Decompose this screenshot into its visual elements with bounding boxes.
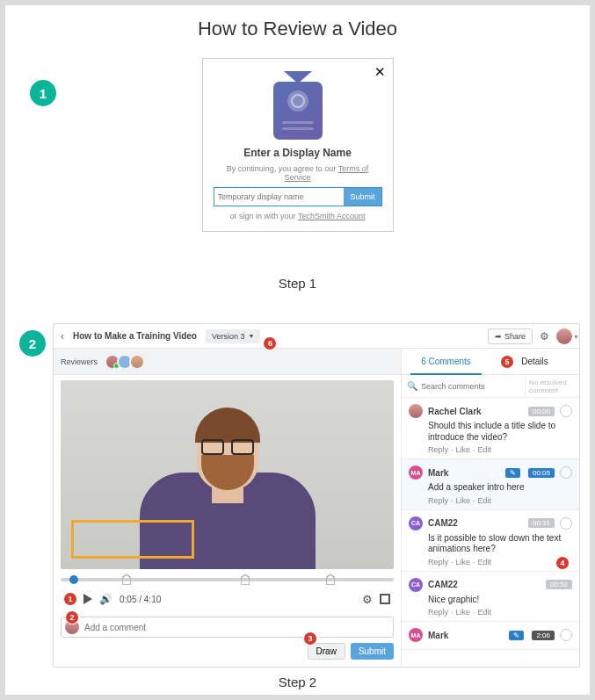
comment-actions: Reply·Like·Edit	[428, 608, 572, 617]
timeline-marker-icon[interactable]	[241, 574, 250, 585]
comment-avatar: CA	[409, 516, 423, 530]
time-sep: /	[136, 595, 143, 604]
settings-icon[interactable]: ⚙	[362, 593, 373, 606]
playhead[interactable]	[69, 575, 78, 584]
edit-link[interactable]: Edit	[478, 445, 492, 454]
comment-text: Nice graphic!	[428, 595, 572, 606]
tab-details[interactable]: 5 Details	[490, 349, 579, 374]
comment-avatar: MA	[409, 465, 423, 480]
like-link[interactable]: Like	[456, 558, 471, 566]
video-controls: 1 🔊 0:05 / 4:10 ⚙	[61, 587, 394, 611]
comment-list: Rachel Clark00:00Should this include a t…	[402, 398, 579, 667]
comment-timestamp[interactable]: 00:00	[528, 407, 555, 416]
reviewer-avatar[interactable]	[129, 354, 145, 370]
edit-link[interactable]: Edit	[478, 608, 492, 617]
step2-label: Step 2	[5, 675, 590, 689]
signin-link[interactable]: TechSmith Account	[298, 212, 366, 220]
share-label: Share	[504, 332, 526, 341]
comment-text: Is it possible to slow down the text ani…	[428, 533, 572, 555]
resolve-circle[interactable]	[560, 405, 572, 417]
resolved-hint: No resolved comment	[526, 375, 579, 397]
search-input[interactable]	[421, 382, 519, 391]
like-link[interactable]: Like	[456, 496, 471, 505]
comment-timestamp[interactable]: 00:05	[528, 468, 555, 478]
share-icon: ➦	[495, 332, 502, 341]
user-avatar[interactable]: ▼	[556, 328, 572, 344]
reply-link[interactable]: Reply	[428, 496, 448, 505]
submit-button[interactable]: Submit	[344, 188, 381, 206]
back-button[interactable]: ‹	[61, 330, 64, 343]
comment-avatar: CA	[409, 578, 423, 592]
video-player[interactable]	[61, 380, 394, 569]
time-display: 0:05 / 4:10	[120, 595, 161, 604]
gear-icon[interactable]: ⚙	[540, 330, 549, 343]
comment-actions: Reply·Like·Edit	[428, 558, 572, 566]
close-icon[interactable]: ✕	[374, 64, 386, 80]
callout-3: 3	[304, 632, 316, 645]
caret-down-icon: ▼	[248, 333, 254, 339]
comment-item[interactable]: Rachel Clark00:00Should this include a t…	[402, 398, 579, 459]
callout-5: 5	[501, 356, 513, 368]
pencil-icon: ✎	[509, 631, 524, 640]
edit-link[interactable]: Edit	[478, 558, 492, 566]
draw-button[interactable]: Draw	[308, 643, 345, 660]
resolve-circle[interactable]	[560, 517, 572, 530]
step1-label: Step 1	[5, 276, 590, 291]
timeline-marker-icon[interactable]	[122, 574, 131, 585]
version-label: Version 3	[212, 332, 245, 341]
signin-prefix: or sign in with your	[230, 212, 298, 220]
comment-item[interactable]: CACAM2200:52Nice graphic!Reply·Like·Edit	[402, 572, 579, 623]
comment-actions: Reply·Like·Edit	[428, 496, 572, 505]
display-name-input[interactable]	[214, 188, 345, 206]
comment-composer: 2 3 Draw Submit	[54, 611, 401, 667]
edit-link[interactable]: Edit	[478, 496, 492, 505]
tab-comments[interactable]: 6 Comments	[402, 349, 490, 374]
submit-comment-button[interactable]: Submit	[351, 643, 394, 660]
comment-timestamp[interactable]: 00:31	[528, 518, 555, 528]
reply-link[interactable]: Reply	[428, 558, 448, 566]
terms-prefix: By continuing, you agree to our	[227, 164, 338, 173]
reviewers-label: Reviewers	[61, 357, 98, 366]
comment-input[interactable]	[84, 623, 389, 632]
display-name-dialog: ✕ Enter a Display Name By continuing, yo…	[202, 58, 394, 232]
comment-item[interactable]: MAMark✎2:06	[402, 622, 579, 650]
comment-item[interactable]: MAMark✎00:05Add a speaker intro hereRepl…	[402, 459, 579, 510]
time-current: 0:05	[120, 595, 136, 604]
step-bubble-1: 1	[30, 80, 56, 106]
sidebar-tabs: 6 Comments 5 Details	[402, 349, 579, 375]
timeline-marker-icon[interactable]	[326, 574, 335, 585]
comment-author: Mark	[428, 468, 448, 478]
callout-6: 6	[264, 337, 276, 350]
reply-link[interactable]: Reply	[428, 445, 448, 454]
comment-author: Mark	[428, 631, 448, 640]
page-title: How to Review a Video	[5, 18, 590, 40]
drawing-annotation[interactable]	[71, 520, 194, 559]
caret-down-icon: ▼	[573, 334, 579, 340]
comment-text: Should this include a title slide to int…	[428, 421, 572, 443]
like-link[interactable]: Like	[456, 608, 471, 617]
timeline[interactable]	[61, 573, 394, 587]
step-bubble-2: 2	[19, 330, 46, 357]
reviewers-bar: Reviewers	[54, 349, 401, 375]
comment-actions: Reply·Like·Edit	[428, 445, 572, 454]
comment-author: Rachel Clark	[428, 407, 482, 416]
review-app: ‹ How to Make a Training Video Version 3…	[53, 323, 580, 668]
comment-timestamp[interactable]: 00:52	[546, 580, 572, 589]
comment-item[interactable]: CACAM2200:31Is it possible to slow down …	[402, 510, 579, 572]
version-dropdown[interactable]: Version 3 ▼	[206, 329, 260, 343]
fullscreen-icon[interactable]	[380, 594, 390, 604]
comment-author: CAM22	[428, 518, 458, 528]
search-comments[interactable]: 🔍	[402, 375, 526, 397]
volume-icon[interactable]: 🔊	[99, 593, 112, 605]
topbar: ‹ How to Make a Training Video Version 3…	[54, 324, 579, 349]
terms-text: By continuing, you agree to our Terms of…	[214, 164, 382, 182]
comment-timestamp[interactable]: 2:06	[532, 631, 555, 640]
reply-link[interactable]: Reply	[428, 608, 448, 617]
signin-text: or sign in with your TechSmith Account	[214, 212, 382, 220]
share-button[interactable]: ➦ Share	[488, 328, 533, 344]
resolve-circle[interactable]	[560, 629, 572, 641]
play-button[interactable]	[83, 594, 92, 604]
like-link[interactable]: Like	[456, 445, 471, 454]
resolve-circle[interactable]	[560, 466, 572, 479]
badge-icon	[271, 71, 325, 140]
